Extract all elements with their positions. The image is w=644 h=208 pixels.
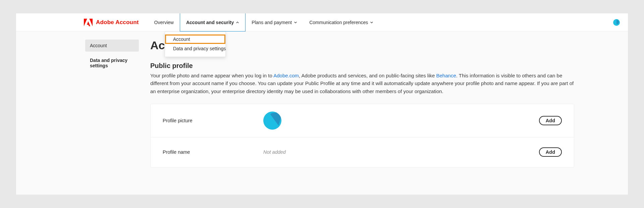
chevron-down-icon: [370, 21, 373, 24]
brand-text: Adobe Account: [96, 19, 139, 26]
nav-items: Overview Account and security Plans and …: [148, 13, 380, 31]
chevron-up-icon: [236, 21, 239, 24]
brand[interactable]: Adobe Account: [16, 18, 148, 26]
public-profile-description: Your profile photo and name appear when …: [150, 72, 574, 95]
profile-name-label: Profile name: [163, 149, 263, 155]
add-profile-picture-button[interactable]: Add: [539, 116, 562, 125]
app-window: Adobe Account Overview Account and secur…: [16, 13, 628, 195]
profile-picture-label: Profile picture: [163, 118, 263, 123]
nav-communication-preferences[interactable]: Communication preferences: [303, 13, 379, 31]
main-content: Account Public profile Your profile phot…: [144, 40, 628, 167]
nav-account-security-label: Account and security: [186, 20, 234, 25]
chevron-down-icon: [294, 21, 297, 24]
sidebar: Account Data and privacy settings: [16, 40, 144, 167]
desc-part2: , Adobe products and services, and on pu…: [299, 73, 436, 78]
profile-picture-value: [263, 112, 539, 130]
nav-comm-prefs-label: Communication preferences: [309, 20, 368, 25]
nav-overview-label: Overview: [154, 20, 174, 25]
link-behance[interactable]: Behance: [436, 73, 456, 78]
page-body: Account Data and privacy settings Accoun…: [16, 31, 628, 167]
public-profile-card: Profile picture Add Profile name Not add…: [150, 104, 574, 167]
account-security-dropdown: Account Data and privacy settings: [165, 31, 226, 57]
nav-plans-payment-label: Plans and payment: [252, 20, 292, 25]
dropdown-item-account[interactable]: Account: [165, 34, 225, 44]
desc-part1: Your profile photo and name appear when …: [150, 73, 273, 78]
public-profile-heading: Public profile: [150, 62, 574, 70]
avatar[interactable]: [613, 19, 620, 26]
row-profile-picture: Profile picture Add: [151, 104, 574, 137]
nav-account-security[interactable]: Account and security: [180, 13, 246, 31]
profile-picture-icon: [263, 112, 281, 130]
row-profile-name: Profile name Not added Add: [151, 137, 574, 167]
nav-plans-payment[interactable]: Plans and payment: [246, 13, 303, 31]
adobe-logo-icon: [84, 18, 93, 26]
top-nav: Adobe Account Overview Account and secur…: [16, 13, 628, 31]
sidebar-item-account[interactable]: Account: [85, 40, 139, 52]
dropdown-item-data-privacy[interactable]: Data and privacy settings: [165, 44, 225, 53]
link-adobe-com[interactable]: Adobe.com: [273, 73, 299, 78]
sidebar-item-data-privacy[interactable]: Data and privacy settings: [85, 54, 139, 72]
profile-name-value: Not added: [263, 149, 539, 155]
add-profile-name-button[interactable]: Add: [539, 147, 562, 157]
nav-overview[interactable]: Overview: [148, 13, 180, 31]
